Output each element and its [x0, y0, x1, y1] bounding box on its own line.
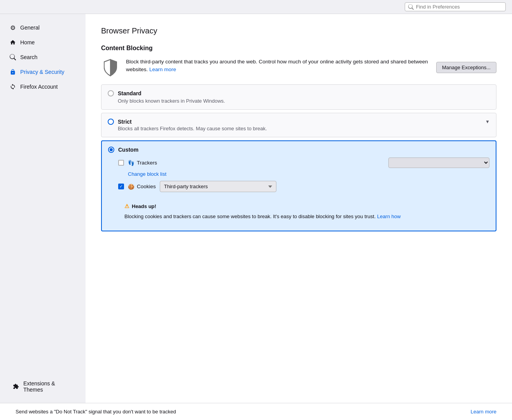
- top-bar: [0, 0, 512, 14]
- cookies-label: 🍪 Cookies: [128, 184, 156, 190]
- sidebar-item-extensions[interactable]: Extensions & Themes: [6, 376, 79, 397]
- sidebar-label-extensions: Extensions & Themes: [23, 380, 73, 393]
- shield-half-icon: [101, 58, 120, 77]
- sidebar-item-firefox-account[interactable]: Firefox Account: [3, 79, 82, 94]
- find-preferences-input[interactable]: [416, 4, 502, 10]
- search-nav-icon: [9, 54, 16, 61]
- trackers-checkbox[interactable]: [118, 160, 124, 166]
- sidebar-label-general: General: [20, 24, 40, 31]
- home-icon: [9, 39, 16, 46]
- sidebar-label-search: Search: [20, 54, 37, 60]
- sidebar: ⚙ General Home Search: [0, 14, 86, 403]
- search-icon: [408, 4, 414, 10]
- footprints-icon: 👣: [128, 160, 135, 166]
- sidebar-item-privacy[interactable]: Privacy & Security: [3, 65, 82, 79]
- sidebar-bottom: Extensions & Themes: [0, 376, 86, 397]
- standard-option-box[interactable]: Standard Only blocks known trackers in P…: [101, 84, 496, 110]
- cookie-icon: 🍪: [128, 184, 135, 190]
- standard-radio[interactable]: [108, 90, 114, 96]
- sidebar-item-home[interactable]: Home: [3, 35, 82, 50]
- puzzle-icon: [12, 383, 19, 390]
- bottom-bar: Send websites a "Do Not Track" signal th…: [0, 403, 512, 420]
- trackers-label: 👣 Trackers: [128, 160, 157, 166]
- content-blocking-title: Content Blocking: [101, 45, 496, 52]
- lock-icon: [9, 68, 16, 75]
- heads-up-title: ⚠ Heads up!: [124, 202, 483, 210]
- cookies-select[interactable]: Third-party trackers All third-party coo…: [160, 181, 276, 192]
- standard-desc: Only blocks known trackers in Private Wi…: [118, 98, 490, 104]
- learn-how-link[interactable]: Learn how: [377, 214, 401, 219]
- trackers-select[interactable]: [388, 158, 489, 168]
- do-not-track-text: Send websites a "Do Not Track" signal th…: [16, 409, 468, 415]
- standard-option-header: Standard: [108, 90, 490, 96]
- sidebar-label-firefox-account: Firefox Account: [20, 84, 58, 90]
- content-blocking-header: Block third-party content that tracks yo…: [101, 58, 496, 77]
- sync-icon: [9, 83, 16, 90]
- standard-label: Standard: [118, 90, 142, 96]
- strict-desc: Blocks all trackers Firefox detects. May…: [118, 126, 490, 131]
- heads-up-text: Blocking cookies and trackers can cause …: [124, 213, 483, 220]
- heads-up-box: ⚠ Heads up! Blocking cookies and tracker…: [118, 198, 489, 225]
- sidebar-label-privacy: Privacy & Security: [20, 69, 65, 75]
- strict-radio[interactable]: [108, 119, 114, 125]
- main-layout: ⚙ General Home Search: [0, 14, 512, 403]
- do-not-track-learn-more[interactable]: Learn more: [471, 409, 496, 415]
- content-area: Browser Privacy Content Blocking Block t…: [86, 14, 512, 403]
- sidebar-top: ⚙ General Home Search: [0, 20, 86, 94]
- custom-option-box[interactable]: Custom 👣 Trackers Change block list: [101, 140, 496, 231]
- content-blocking-description: Block third-party content that tracks yo…: [126, 58, 430, 74]
- change-block-list-link[interactable]: Change block list: [128, 171, 489, 177]
- sidebar-item-search[interactable]: Search: [3, 50, 82, 65]
- custom-option-header: Custom: [108, 147, 489, 153]
- custom-radio[interactable]: [108, 147, 114, 153]
- cookies-checkbox[interactable]: [118, 184, 124, 189]
- trackers-row: 👣 Trackers: [118, 158, 489, 168]
- chevron-down-icon: ▼: [485, 119, 490, 124]
- custom-label: Custom: [118, 147, 138, 153]
- find-input-wrapper[interactable]: [405, 2, 506, 11]
- page-title: Browser Privacy: [101, 26, 496, 35]
- cookies-row: 🍪 Cookies Third-party trackers All third…: [118, 181, 489, 192]
- gear-icon: ⚙: [9, 24, 16, 31]
- sidebar-item-general[interactable]: ⚙ General: [3, 20, 82, 35]
- manage-exceptions-button[interactable]: Manage Exceptions...: [436, 62, 496, 73]
- content-blocking-learn-more[interactable]: Learn more: [149, 66, 176, 72]
- sidebar-label-home: Home: [20, 39, 35, 46]
- custom-section: 👣 Trackers Change block list 🍪 Cookies: [118, 158, 489, 225]
- strict-option-header-row: Strict ▼: [108, 119, 490, 125]
- strict-label: Strict: [118, 119, 132, 125]
- warning-icon: ⚠: [124, 202, 129, 210]
- strict-option-box[interactable]: Strict ▼ Blocks all trackers Firefox det…: [101, 113, 496, 137]
